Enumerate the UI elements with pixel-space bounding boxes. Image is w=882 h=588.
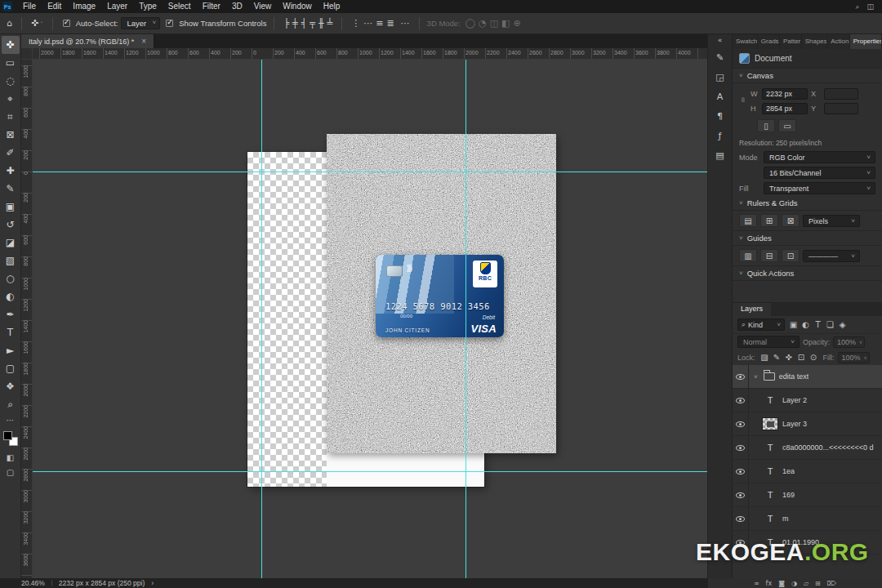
guide-horizontal-2[interactable]	[33, 471, 707, 472]
search-icon[interactable]: ⌕	[855, 2, 859, 11]
glyphs-panel-icon[interactable]: ƒ	[711, 127, 729, 145]
height-field[interactable]: 2854 px	[762, 103, 808, 114]
panel-tab-patter[interactable]: Patter	[780, 34, 802, 49]
link-layers-icon[interactable]: ∞	[754, 580, 760, 587]
dodge-tool[interactable]: ◐	[2, 287, 20, 305]
lock-pixels-icon[interactable]: ✎	[771, 351, 783, 363]
align-bottom-icon[interactable]: ╧	[326, 18, 335, 29]
rectangle-tool[interactable]: ▢	[2, 359, 20, 377]
new-layer-icon[interactable]: ⊞	[815, 580, 821, 587]
edit-toolbar-icon[interactable]: ⋯	[7, 416, 15, 425]
layer-row[interactable]: Layer 3	[733, 412, 882, 436]
3d-orbit-icon[interactable]: ◯	[464, 18, 477, 29]
menu-item-type[interactable]: Type	[133, 0, 163, 13]
3d-pan-icon[interactable]: ◫	[488, 18, 500, 29]
blur-tool[interactable]: ○	[2, 270, 20, 287]
color-swatches[interactable]	[3, 431, 18, 446]
character-panel-icon[interactable]: A	[711, 87, 729, 105]
menu-item-image[interactable]: Image	[67, 0, 101, 13]
layer-visibility-toggle[interactable]	[733, 365, 749, 388]
new-adjustment-layer-icon[interactable]: ◑	[791, 580, 797, 587]
show-transform-checkbox[interactable]	[166, 20, 173, 27]
grid-toggle-icon[interactable]: ⊞	[760, 214, 778, 227]
history-brush-tool[interactable]: ↺	[2, 216, 20, 234]
units-select[interactable]: Pixels	[803, 215, 860, 227]
ruler-left[interactable]: 1000800600400200020040060080010001200140…	[21, 60, 33, 578]
collapse-panels-icon[interactable]: «	[718, 36, 723, 47]
brush-settings-icon[interactable]: ✎	[711, 48, 729, 66]
guides-section-header[interactable]: Guides	[733, 231, 882, 246]
color-mode-select[interactable]: RGB Color	[764, 151, 875, 163]
link-dimensions-icon[interactable]: ∞	[739, 97, 747, 105]
filter-shape-layers-icon[interactable]: ❏	[824, 318, 836, 331]
gradient-tool[interactable]: ▧	[2, 252, 20, 270]
quick-actions-section-header[interactable]: Quick Actions	[733, 266, 882, 281]
lock-position-icon[interactable]: ✜	[783, 351, 795, 363]
panel-tab-swatch[interactable]: Swatch	[733, 34, 758, 49]
rulers-grids-section-header[interactable]: Rulers & Grids	[733, 196, 882, 211]
layer-fill-field[interactable]: 100%	[838, 352, 870, 363]
quick-mask-icon[interactable]: ◧	[2, 450, 20, 465]
distribute-heights-icon[interactable]: ≡	[374, 18, 385, 29]
layer-visibility-toggle[interactable]	[733, 483, 749, 506]
group-expander-icon[interactable]: ˅	[754, 373, 758, 381]
type-tool[interactable]: T	[2, 323, 20, 341]
panel-tab-action[interactable]: Action	[827, 34, 849, 49]
new-guide-layout-icon[interactable]: ▥	[739, 249, 757, 262]
workspace-switcher-icon[interactable]: ◫	[866, 2, 874, 11]
filter-smart-objects-icon[interactable]: ◈	[836, 318, 849, 331]
zoom-tool[interactable]: ⌕	[2, 395, 20, 413]
layer-visibility-toggle[interactable]	[733, 507, 749, 530]
menu-item-select[interactable]: Select	[163, 0, 197, 13]
eyedropper-tool[interactable]: ✐	[2, 144, 20, 162]
clone-stamp-tool[interactable]: ▣	[2, 198, 20, 216]
guides-lock-icon[interactable]: ⊟	[760, 249, 778, 262]
pen-tool[interactable]: ✒	[2, 305, 20, 323]
lock-transparency-icon[interactable]: ▨	[759, 351, 771, 363]
bit-depth-select[interactable]: 16 Bits/Channel	[764, 167, 875, 179]
panel-tab-properties[interactable]: Properties	[850, 34, 882, 49]
delete-layer-icon[interactable]: ⌦	[827, 580, 836, 587]
layer-thumbnail[interactable]	[762, 417, 778, 430]
guide-style-select[interactable]: ————	[803, 250, 860, 262]
layer-row[interactable]: Tm	[733, 507, 882, 531]
close-icon[interactable]: ×	[141, 37, 146, 46]
tab-layers[interactable]: Layers	[733, 303, 771, 316]
hand-tool[interactable]: ❖	[2, 377, 20, 395]
layer-visibility-toggle[interactable]	[733, 389, 749, 412]
home-icon[interactable]: ⌂	[5, 18, 14, 29]
ruler-toggle-icon[interactable]: ▤	[739, 214, 757, 227]
guide-horizontal-1[interactable]	[33, 172, 707, 172]
lock-all-icon[interactable]: ⊙	[808, 351, 820, 363]
auto-select-target-select[interactable]: Layer	[121, 17, 160, 29]
menu-item-filter[interactable]: Filter	[197, 0, 226, 13]
guide-vertical-2[interactable]	[466, 60, 466, 578]
blend-mode-select[interactable]: Normal	[737, 336, 800, 348]
crop-tool[interactable]: ⌗	[2, 108, 20, 126]
screen-mode-icon[interactable]: ▢	[2, 465, 20, 479]
portrait-orientation-icon[interactable]: ▯	[757, 119, 775, 132]
menu-item-window[interactable]: Window	[277, 0, 318, 13]
align-left-icon[interactable]: ╞	[282, 18, 291, 29]
more-options-icon[interactable]: ⋯	[399, 18, 412, 29]
layer-visibility-toggle[interactable]	[733, 460, 749, 483]
layer-row[interactable]: T169	[733, 483, 882, 507]
menu-item-edit[interactable]: Edit	[42, 0, 67, 13]
distribute-vertical-icon[interactable]: ⋮	[350, 18, 362, 29]
menu-item-help[interactable]: Help	[318, 0, 346, 13]
filter-type-layers-icon[interactable]: T	[812, 318, 824, 331]
clone-source-icon[interactable]: ◲	[711, 68, 729, 86]
foreground-color-swatch[interactable]	[3, 431, 12, 440]
align-center-h-icon[interactable]: ╪	[291, 18, 300, 29]
3d-slide-icon[interactable]: ◧	[500, 18, 511, 29]
ruler-top[interactable]: 2000180016001400120010008006004002000200…	[33, 48, 707, 60]
y-field[interactable]	[824, 103, 858, 114]
frame-tool[interactable]: ⊠	[2, 126, 20, 144]
photoshop-app-icon[interactable]: Ps	[2, 2, 12, 11]
3d-scale-icon[interactable]: ⊕	[512, 18, 523, 29]
layer-effects-icon[interactable]: fx	[766, 580, 773, 587]
add-layer-mask-icon[interactable]: ◙	[778, 580, 785, 587]
canvas-fill-select[interactable]: Transparent	[764, 182, 875, 194]
distribute-widths-icon[interactable]: ≣	[385, 18, 395, 29]
x-field[interactable]	[824, 88, 858, 100]
